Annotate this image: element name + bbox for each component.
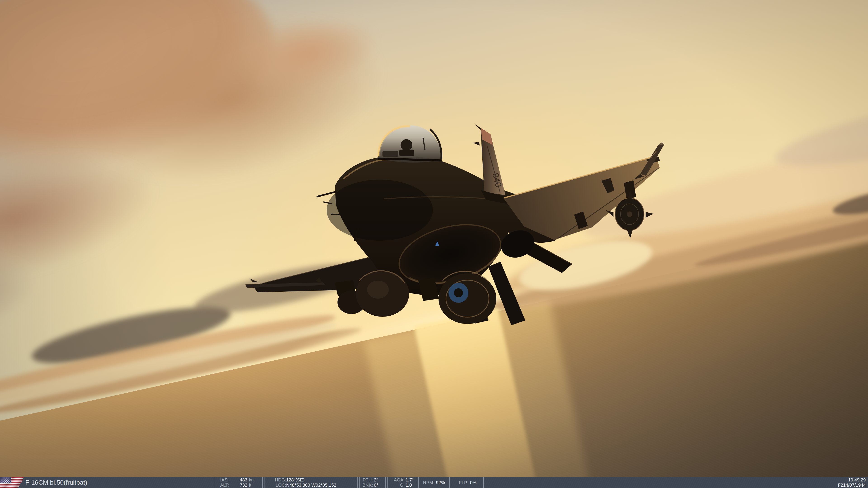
rpm-label: RPM: xyxy=(423,480,434,485)
ias-value: 483 xyxy=(230,477,247,483)
aircraft-name: F-16CM bl.50(fruitbat) xyxy=(25,477,87,488)
flaps-readout: FLP: 0% xyxy=(452,477,484,488)
bnk-label: BNK: xyxy=(360,483,374,488)
aoa-value: 1.7° xyxy=(405,477,416,483)
g-value: 1.0 xyxy=(405,483,416,488)
pth-label: PTH: xyxy=(360,477,374,483)
canopy xyxy=(378,125,442,163)
mission-date: 14/07/1944 xyxy=(843,483,866,488)
alt-label: ALT: xyxy=(214,483,230,488)
hdg-label: HDG: xyxy=(265,477,286,483)
time-date-readout: 19:49:29 F214/07/1944 xyxy=(838,477,866,488)
bnk-value: 0° xyxy=(374,483,385,488)
hdg-value: 128°(SE) xyxy=(286,477,357,483)
flp-value: 0% xyxy=(470,480,476,485)
aoa-label: AOA: xyxy=(388,477,405,483)
speed-altitude-readout: IAS: 483 kn ALT: 732 ft xyxy=(214,477,263,488)
pitch-bank-readout: PTH: 2° BNK: 0° xyxy=(360,477,385,488)
view-indicator: F2 xyxy=(838,483,843,488)
alt-unit: ft xyxy=(247,483,262,488)
us-flag-icon xyxy=(0,477,27,488)
status-bar: F-16CM bl.50(fruitbat) IAS: 483 kn ALT: … xyxy=(0,477,868,488)
right-wing xyxy=(504,142,664,240)
rpm-readout: RPM: 92% xyxy=(418,477,450,488)
pth-value: 2° xyxy=(374,477,385,483)
mission-time: 19:49:29 xyxy=(838,477,866,483)
f16-aircraft: 840 xyxy=(0,0,868,477)
aoa-g-readout: AOA: 1.7° G: 1.0 xyxy=(388,477,416,488)
g-label: G: xyxy=(388,483,405,488)
rpm-value: 92% xyxy=(436,480,445,485)
heading-location-readout: HDG: 128°(SE) LOC: N48°53.860 W02°05.152 xyxy=(264,477,358,488)
pilot-helmet xyxy=(401,139,412,151)
ias-label: IAS: xyxy=(214,477,230,483)
loc-value: N48°53.860 W02°05.152 xyxy=(286,483,357,488)
external-camera-view[interactable]: 840 xyxy=(0,0,868,477)
flp-label: FLP: xyxy=(459,480,468,485)
alt-value: 732 xyxy=(230,483,247,488)
ias-unit: kn xyxy=(247,477,262,483)
loc-label: LOC: xyxy=(265,483,286,488)
